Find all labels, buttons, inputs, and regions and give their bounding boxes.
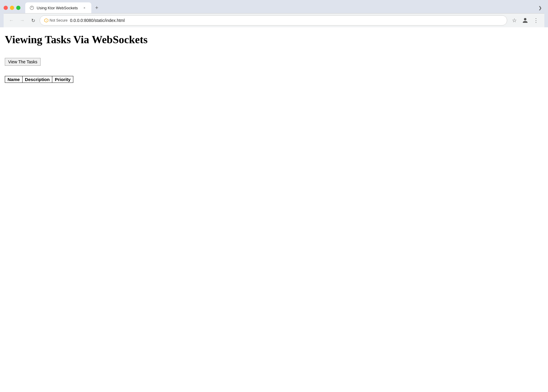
security-indicator: ! Not Secure: [44, 18, 68, 23]
profile-button[interactable]: [520, 16, 530, 25]
svg-text:!: !: [46, 19, 47, 22]
address-text: 0.0.0.0:8080/static/index.html: [70, 18, 503, 23]
tab-label: Using Ktor WebSockets: [37, 6, 79, 10]
tab-loading-icon: [29, 5, 34, 10]
column-header-name: Name: [5, 76, 23, 83]
page-content: Viewing Tasks Via WebSockets View The Ta…: [0, 27, 548, 89]
window-controls: [4, 6, 20, 10]
forward-button[interactable]: →: [18, 16, 26, 25]
back-button[interactable]: ←: [7, 16, 16, 25]
column-header-description: Description: [22, 76, 52, 83]
address-bar-actions: ☆ ⋮: [510, 16, 541, 25]
window-maximize-button[interactable]: [16, 6, 20, 10]
tab-bar: Using Ktor WebSockets × + ❯: [4, 2, 544, 13]
active-tab[interactable]: Using Ktor WebSockets ×: [25, 2, 91, 13]
window-close-button[interactable]: [4, 6, 8, 10]
tab-close-button[interactable]: ×: [82, 5, 87, 11]
tab-expand-button[interactable]: ❯: [536, 4, 544, 12]
tasks-table: Name Description Priority: [5, 76, 73, 83]
address-bar-row: ← → ↻ ! Not Secure 0.0.0.0:8080/static/i…: [4, 13, 544, 27]
address-bar[interactable]: ! Not Secure 0.0.0.0:8080/static/index.h…: [40, 15, 507, 26]
reload-button[interactable]: ↻: [29, 16, 37, 25]
column-header-priority: Priority: [52, 76, 73, 83]
view-tasks-button[interactable]: View The Tasks: [5, 58, 41, 66]
chrome-menu-button[interactable]: ⋮: [531, 16, 541, 25]
table-header-row: Name Description Priority: [5, 76, 73, 83]
bookmark-button[interactable]: ☆: [510, 16, 519, 25]
browser-chrome: Using Ktor WebSockets × + ❯ ← → ↻ ! Not …: [0, 0, 548, 27]
svg-point-2: [524, 18, 526, 20]
page-title: Viewing Tasks Via WebSockets: [5, 33, 543, 46]
window-minimize-button[interactable]: [10, 6, 14, 10]
new-tab-button[interactable]: +: [93, 4, 101, 12]
